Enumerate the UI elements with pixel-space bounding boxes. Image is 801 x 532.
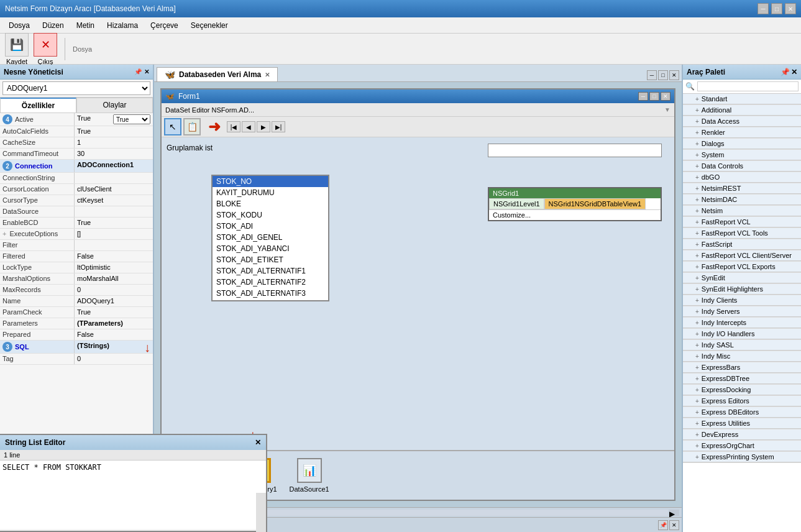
- field-item-stok-adi-alternatif1[interactable]: STOK_ADI_ALTERNATIF1: [213, 265, 328, 277]
- nav-next-button[interactable]: ▶: [257, 121, 270, 132]
- string-editor-scrollbar[interactable]: [256, 493, 266, 532]
- palette-section-header-expressprintingsystem[interactable]: + ExpressPrinting System: [683, 452, 801, 462]
- save-button[interactable]: 💾: [5, 33, 29, 57]
- object-dropdown[interactable]: ADOQuery1: [2, 81, 150, 95]
- tab-properties[interactable]: Özellikler: [0, 98, 76, 112]
- nav-last-button[interactable]: ▶|: [272, 121, 285, 132]
- palette-section-header-netsimrest[interactable]: + NetsimREST: [683, 183, 801, 194]
- inner-close-button[interactable]: ✕: [661, 92, 671, 101]
- field-item-stok-adi-genel[interactable]: STOK_ADI_GENEL: [213, 232, 328, 243]
- palette-section-header-fastreportclient[interactable]: + FastReport VCL Client/Server: [683, 250, 801, 261]
- component-datasource1[interactable]: 📊 DataSource1: [290, 458, 329, 493]
- prop-name-cursortype: CursorType: [0, 195, 75, 206]
- object-selector[interactable]: ADOQuery1: [0, 80, 153, 98]
- menu-metin[interactable]: Metin: [70, 19, 101, 32]
- palette-section-header-expressbars[interactable]: + ExpressBars: [683, 362, 801, 373]
- palette-section-header-standart[interactable]: + Standart: [683, 94, 801, 104]
- tab-events[interactable]: Olaylar: [76, 98, 153, 112]
- palette-section-header-expressutilities[interactable]: + Express Utilities: [683, 418, 801, 429]
- palette-section-header-dataaccess[interactable]: + Data Access: [683, 116, 801, 127]
- menu-dosya[interactable]: Dosya: [2, 19, 36, 32]
- string-editor-close[interactable]: ✕: [255, 438, 261, 447]
- close-panel-button[interactable]: ✕: [144, 68, 149, 75]
- right-pin-button[interactable]: 📌: [780, 68, 790, 76]
- maximize-button[interactable]: □: [771, 3, 782, 14]
- palette-section-header-system[interactable]: + System: [683, 150, 801, 160]
- palette-section-expressdbtree: + ExpressDBTree: [683, 374, 801, 385]
- palette-section-header-fastreporttools[interactable]: + FastReport VCL Tools: [683, 228, 801, 239]
- palette-section-header-synedithighlighters[interactable]: + SynEdit Highlighters: [683, 284, 801, 295]
- palette-section-header-expressdbtree[interactable]: + ExpressDBTree: [683, 374, 801, 384]
- field-item-kayit-durumu[interactable]: KAYIT_DURUMU: [213, 187, 328, 198]
- field-item-stok-adi-alternatif2[interactable]: STOK_ADI_ALTERNATIF2: [213, 277, 328, 288]
- string-editor-textarea[interactable]: SELECT * FROM STOKKART: [0, 461, 266, 529]
- tab-close-ctrl-button[interactable]: ✕: [669, 70, 679, 80]
- menu-duzen[interactable]: Düzen: [36, 19, 70, 32]
- palette-section-header-fastscript[interactable]: + FastScript: [683, 239, 801, 250]
- palette-section-header-additional[interactable]: + Additional: [683, 105, 801, 116]
- form-content-area: STOK_NO KAYIT_DURUMU BLOKE STOK_KODU STO…: [162, 137, 674, 461]
- palette-section-header-indyclients[interactable]: + Indy Clients: [683, 295, 801, 306]
- field-item-stok-kodu[interactable]: STOK_KODU: [213, 209, 328, 221]
- palette-section-header-indyservers[interactable]: + Indy Servers: [683, 306, 801, 317]
- palette-section-header-indyintercepts[interactable]: + Indy Intercepts: [683, 318, 801, 328]
- palette-section-header-synedit[interactable]: + SynEdit: [683, 273, 801, 283]
- field-item-stok-adi-etiket[interactable]: STOK_ADI_ETIKET: [213, 254, 328, 265]
- menu-hizalama[interactable]: Hizalama: [101, 19, 144, 32]
- palette-section-header-expresseditors[interactable]: + Express Editors: [683, 396, 801, 406]
- expand-icon-fastreportexports: +: [695, 264, 699, 270]
- search-input[interactable]: [697, 81, 799, 91]
- palette-section-header-fastreportexports[interactable]: + FastReport VCL Exports: [683, 262, 801, 272]
- field-item-stok-adi-alternatif3[interactable]: STOK_ADI_ALTERNATIF3: [213, 288, 328, 299]
- active-dropdown[interactable]: True False: [113, 114, 150, 124]
- palette-section-header-renkler[interactable]: + Renkler: [683, 127, 801, 138]
- dataset-expand-btn[interactable]: ▼: [664, 106, 671, 113]
- palette-section-header-indyiohandlers[interactable]: + Indy I/O Handlers: [683, 329, 801, 339]
- bottom-close-button[interactable]: ✕: [669, 520, 679, 530]
- palette-section-header-fastreport[interactable]: + FastReport VCL: [683, 217, 801, 227]
- prop-name-marshaloptions: MarshalOptions: [0, 273, 75, 284]
- tab-close-button[interactable]: ✕: [265, 71, 270, 78]
- expand-icon-expressorgchart: +: [695, 443, 699, 449]
- tab-minimize-button[interactable]: ─: [647, 70, 657, 80]
- palette-section-header-indysasl[interactable]: + Indy SASL: [683, 340, 801, 351]
- minimize-button[interactable]: ─: [758, 3, 769, 14]
- palette-section-header-dialogs[interactable]: + Dialogs: [683, 139, 801, 149]
- form-input-field[interactable]: [488, 144, 662, 157]
- palette-section-header-devexpress[interactable]: + DevExpress: [683, 429, 801, 440]
- field-list-scroll[interactable]: STOK_NO KAYIT_DURUMU BLOKE STOK_KODU STO…: [213, 176, 328, 300]
- nav-first-button[interactable]: |◀: [227, 121, 240, 132]
- field-item-bloke[interactable]: BLOKE: [213, 198, 328, 209]
- main-tab[interactable]: 🦋 Databaseden Veri Alma ✕: [157, 67, 278, 81]
- palette-section-header-expressorgchart[interactable]: + ExpressOrgChart: [683, 441, 801, 451]
- bottom-pin-button[interactable]: 📌: [658, 520, 668, 530]
- palette-section-header-indymisc[interactable]: + Indy Misc: [683, 351, 801, 362]
- inner-minimize-button[interactable]: ─: [638, 92, 648, 101]
- pin-button[interactable]: 📌: [134, 68, 142, 75]
- select-tool-button[interactable]: 📋: [183, 118, 201, 135]
- menu-cerceve[interactable]: Çerçeve: [144, 19, 185, 32]
- palette-section-header-datacontrols[interactable]: + Data Controls: [683, 161, 801, 172]
- palette-section-header-expressdocking[interactable]: + ExpressDocking: [683, 385, 801, 395]
- scroll-right-btn[interactable]: ▶: [669, 510, 679, 516]
- field-item-stok-no[interactable]: STOK_NO: [213, 176, 328, 187]
- palette-section-header-netsim[interactable]: + Netsim: [683, 206, 801, 216]
- nsgrid-customize-button[interactable]: Customize...: [489, 209, 661, 220]
- exit-button[interactable]: ✕: [34, 33, 57, 57]
- nav-prev-button[interactable]: ◀: [242, 121, 255, 132]
- field-item-stok-adi-yabanci[interactable]: STOK_ADI_YABANCI: [213, 243, 328, 254]
- palette-section-header-dbgo[interactable]: + dbGO: [683, 172, 801, 183]
- menu-secenekler[interactable]: Seçenekler: [185, 19, 234, 32]
- tab-restore-button[interactable]: □: [658, 70, 668, 80]
- field-item-stok-adi[interactable]: STOK_ADI: [213, 221, 328, 232]
- palette-section-header-netsimdac[interactable]: + NetsimDAC: [683, 195, 801, 205]
- field-item-stok-adi-alternatif4[interactable]: STOK_ADI_ALTERNATIF4: [213, 299, 328, 300]
- inner-restore-button[interactable]: □: [649, 92, 659, 101]
- exit-label: Çıkış: [37, 58, 53, 65]
- palette-section-header-expressdbeditors[interactable]: + Express DBEditors: [683, 407, 801, 418]
- close-button[interactable]: ✕: [785, 3, 796, 14]
- right-close-button[interactable]: ✕: [791, 68, 797, 76]
- palette-label-indysasl: Indy SASL: [702, 341, 734, 349]
- palette-section-fastreporttools: + FastReport VCL Tools: [683, 228, 801, 239]
- pointer-tool-button[interactable]: ↖: [164, 118, 181, 135]
